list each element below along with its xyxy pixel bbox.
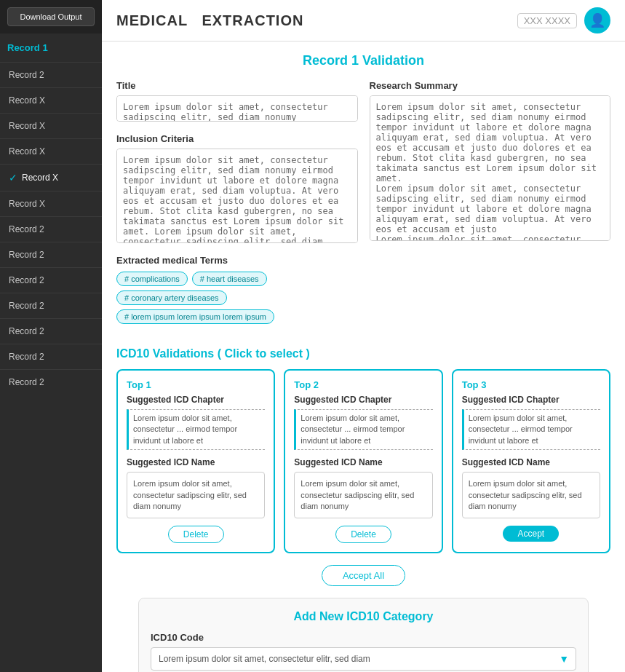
icd-code-dropdown-container: ▼ (151, 647, 576, 671)
sidebar-item-label: Record X (9, 95, 45, 106)
right-column: Research Summary Lorem ipsum dolor sit a… (370, 80, 611, 336)
title-part1: MEDICAL (116, 12, 188, 28)
icd-chapter-label: Suggested ICD Chapter (294, 395, 432, 405)
medical-terms-section: Extracted medical Terms # complications#… (116, 255, 358, 324)
icd-chapter-label: Suggested ICD Chapter (462, 395, 600, 405)
sidebar-item-label: Record X (9, 199, 45, 209)
sidebar-item-record-x-3[interactable]: Record X (0, 138, 102, 164)
icd-card-3[interactable]: Top 3 Suggested ICD Chapter Lorem ipsum … (452, 369, 610, 553)
sidebar-item-label: Record 2 (9, 301, 44, 311)
accept-all-button[interactable]: Accept All (322, 565, 405, 586)
sidebar-item-record-x-2[interactable]: Record X (0, 113, 102, 138)
icd-section-title: ICD10 Validations ( Click to select ) (116, 347, 610, 360)
sidebar-item-label: Record 2 (9, 250, 44, 260)
sidebar-item-record2-8[interactable]: Record 2 (0, 369, 102, 395)
accept-button-3[interactable]: Accept (503, 526, 559, 542)
sidebar-item-record-x-5[interactable]: Record X (0, 191, 102, 216)
sidebar-item-label: Record 2 (9, 275, 44, 285)
tags-container: # complications# heart diseases# coronar… (116, 272, 358, 324)
left-column: Title Lorem ipsum dolor sit amet, consec… (116, 80, 358, 336)
icd-card-top-label: Top 2 (294, 379, 432, 390)
icd-name-label: Suggested ICD Name (462, 457, 600, 467)
icd-name-label: Suggested ICD Name (294, 457, 432, 467)
accept-all-container: Accept All (116, 565, 610, 586)
icd-chapter-text: Lorem ipsum dolor sit amet, consectetur … (127, 409, 265, 450)
icd-card-2[interactable]: Top 2 Suggested ICD Chapter Lorem ipsum … (284, 369, 442, 553)
icd-name-label: Suggested ICD Name (127, 457, 265, 467)
icd-name-box: Lorem ipsum dolor sit amet, consectetur … (294, 472, 432, 518)
icd-card-actions: Accept (462, 526, 600, 542)
sidebar-item-label: Record X (9, 146, 45, 157)
sidebar-item-record2-3[interactable]: Record 2 (0, 242, 102, 267)
research-summary-label: Research Summary (370, 80, 611, 91)
header: MEDICAL EXTRACTION XXX XXXX 👤 (102, 0, 625, 41)
icd-card-top-label: Top 1 (127, 379, 265, 390)
icd-card-1[interactable]: Top 1 Suggested ICD Chapter Lorem ipsum … (116, 369, 275, 553)
medical-term-tag[interactable]: # heart diseases (192, 272, 267, 286)
sidebar-item-record-x-1[interactable]: Record X (0, 87, 102, 113)
icd-card-actions: Delete (127, 526, 265, 543)
sidebar-item-record-x-4[interactable]: ✓Record X (0, 164, 102, 191)
sidebar-item-record1[interactable]: Record 1 (0, 33, 102, 62)
sidebar-download-area: Download Output (0, 0, 102, 33)
sidebar-item-record2-7[interactable]: Record 2 (0, 344, 102, 369)
info-grid: Title Lorem ipsum dolor sit amet, consec… (116, 80, 610, 336)
add-new-title: Add New ICD10 Category (151, 610, 576, 623)
sidebar-item-label: Record 2 (9, 377, 44, 387)
icd-name-box: Lorem ipsum dolor sit amet, consectetur … (462, 472, 600, 518)
icd-code-label: ICD10 Code (151, 632, 576, 643)
username-display: XXX XXXX (517, 13, 577, 28)
sidebar-item-label: Record X (9, 121, 45, 131)
icd-name-box: Lorem ipsum dolor sit amet, consectetur … (127, 472, 265, 518)
sidebar-item-label: Record 2 (9, 326, 44, 336)
sidebar-item-label: Record 2 (9, 224, 44, 234)
title-input[interactable]: Lorem ipsum dolor sit amet, consectetur … (116, 95, 358, 122)
inclusion-criteria-label: Inclusion Criteria (116, 133, 358, 144)
main-content: MEDICAL EXTRACTION XXX XXXX 👤 Record 1 V… (102, 0, 625, 672)
sidebar-item-record2-2[interactable]: Record 2 (0, 216, 102, 242)
sidebar-item-record2-4[interactable]: Record 2 (0, 267, 102, 293)
medical-term-tag[interactable]: # complications (116, 272, 188, 286)
icd-chapter-label: Suggested ICD Chapter (127, 395, 265, 405)
icd-chapter-text: Lorem ipsum dolor sit amet, consectetur … (294, 409, 432, 450)
page-title: Record 1 Validation (116, 53, 610, 68)
icd-chapter-text: Lorem ipsum dolor sit amet, consectetur … (462, 409, 600, 450)
delete-button-2[interactable]: Delete (335, 526, 391, 543)
download-output-button[interactable]: Download Output (7, 7, 95, 26)
header-right: XXX XXXX 👤 (517, 7, 610, 33)
title-part2: EXTRACTION (202, 12, 303, 28)
app-title: MEDICAL EXTRACTION (116, 12, 303, 29)
medical-term-tag[interactable]: # coronary artery diseases (116, 290, 227, 305)
delete-button-1[interactable]: Delete (168, 526, 224, 543)
sidebar-item-label: Record X (22, 173, 58, 183)
add-new-section: Add New ICD10 Category ICD10 Code ▼ Clic… (138, 598, 589, 672)
medical-terms-label: Extracted medical Terms (116, 255, 358, 266)
icd-card-top-label: Top 3 (462, 379, 600, 390)
sidebar: Download Output Record 1 Record 2Record … (0, 0, 102, 672)
sidebar-item-record2-6[interactable]: Record 2 (0, 318, 102, 344)
sidebar-item-record2-1[interactable]: Record 2 (0, 62, 102, 87)
inclusion-criteria-input[interactable]: Lorem ipsum dolor sit amet, consectetur … (116, 149, 358, 243)
sidebar-item-record2-5[interactable]: Record 2 (0, 293, 102, 318)
sidebar-item-label: Record 2 (9, 70, 44, 80)
icd-cards-container: Top 1 Suggested ICD Chapter Lorem ipsum … (116, 369, 610, 553)
title-label: Title (116, 80, 358, 91)
icd-code-input[interactable] (151, 647, 576, 671)
medical-term-tag[interactable]: # lorem ipsum lorem ipsum lorem ipsum (116, 309, 274, 324)
avatar: 👤 (584, 7, 610, 33)
icd-card-actions: Delete (294, 526, 432, 543)
page-content: Record 1 Validation Title Lorem ipsum do… (102, 41, 625, 672)
research-summary-input[interactable]: Lorem ipsum dolor sit amet, consectetur … (370, 95, 611, 241)
check-icon: ✓ (9, 172, 17, 183)
sidebar-item-label: Record 2 (9, 352, 44, 362)
